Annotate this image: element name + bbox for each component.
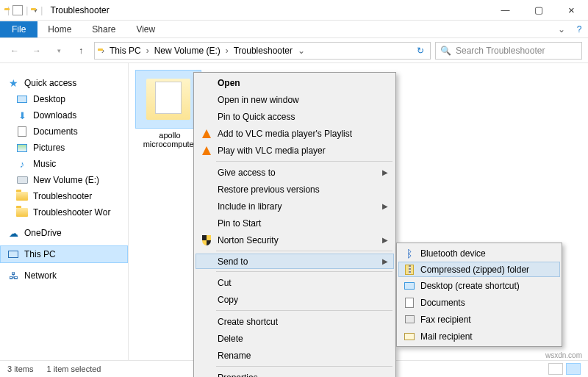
fax-icon [401, 315, 417, 323]
ribbon: File Home Share View ⌄ ? [0, 21, 588, 38]
star-icon: ★ [7, 77, 19, 89]
nav-music[interactable]: ♪Music [0, 156, 128, 172]
view-tab[interactable]: View [126, 21, 165, 37]
minimize-button[interactable]: — [489, 0, 522, 21]
chevron-right-icon: ▶ [382, 236, 388, 244]
ctx-vlc-add[interactable]: Add to VLC media player's Playlist [196, 125, 394, 142]
ctx-copy[interactable]: Copy [196, 291, 394, 308]
sendto-bluetooth[interactable]: ᛒBluetooth device [398, 245, 560, 262]
sendto-documents[interactable]: Documents [398, 294, 560, 311]
cloud-icon: ☁ [7, 227, 19, 239]
breadcrumb-this-pc[interactable]: This PC [108, 46, 143, 56]
breadcrumb-volume[interactable]: New Volume (E:) [153, 46, 222, 56]
help-button[interactable]: ? [570, 24, 588, 35]
view-icons-button[interactable] [566, 363, 581, 375]
nav-pictures[interactable]: Pictures [0, 140, 128, 156]
folder-thumbnail [136, 71, 201, 128]
window-title: Troubleshooter [43, 5, 489, 15]
maximize-button[interactable]: ▢ [522, 0, 555, 21]
chevron-right-icon[interactable]: › [99, 46, 107, 56]
mail-icon [401, 333, 417, 340]
view-details-button[interactable] [548, 363, 563, 375]
qat-divider: | [7, 5, 10, 15]
chevron-right-icon: ▶ [382, 257, 388, 265]
ctx-norton[interactable]: Norton Security▶ [196, 231, 394, 248]
ctx-shortcut[interactable]: Create shortcut [196, 313, 394, 330]
chevron-down-icon[interactable]: ⌄ [295, 46, 307, 56]
download-icon: ⬇ [16, 109, 28, 121]
recent-dropdown[interactable]: ▾ [50, 42, 68, 60]
chevron-right-icon[interactable]: › [223, 46, 231, 56]
ctx-properties[interactable]: Properties [196, 369, 394, 377]
ctx-send-to[interactable]: Send to▶ [196, 254, 394, 269]
close-button[interactable]: × [555, 0, 588, 21]
navigation-pane: ★Quick access Desktop ⬇Downloads Documen… [0, 63, 129, 360]
nav-troubleshooter-wor[interactable]: Troubleshooter Wor [0, 204, 128, 220]
refresh-button[interactable]: ↻ [414, 46, 427, 56]
document-icon [16, 126, 28, 137]
ctx-give-access[interactable]: Give access to▶ [196, 164, 394, 181]
pictures-icon [16, 142, 28, 154]
nav-new-volume[interactable]: New Volume (E:) [0, 172, 128, 188]
nav-network[interactable]: 🖧Network [0, 268, 128, 284]
ctx-rename[interactable]: Rename [196, 347, 394, 364]
desktop-icon [401, 282, 417, 290]
ctx-open[interactable]: Open [196, 74, 394, 91]
desktop-icon [16, 93, 28, 105]
chevron-right-icon: ▶ [382, 168, 388, 176]
nav-documents[interactable]: Documents [0, 123, 128, 140]
breadcrumb-folder[interactable]: Troubleshooter [232, 46, 294, 56]
nav-this-pc[interactable]: This PC [0, 245, 128, 263]
qat-checkbox-icon[interactable] [12, 5, 23, 15]
zip-icon [401, 265, 417, 275]
drive-icon [16, 174, 28, 186]
folder-icon [16, 190, 28, 202]
watermark: wsxdn.com [545, 351, 582, 359]
home-tab[interactable]: Home [37, 21, 82, 37]
ctx-cut[interactable]: Cut [196, 274, 394, 291]
chevron-right-icon: ▶ [382, 202, 388, 210]
ctx-pin-quick[interactable]: Pin to Quick access [196, 108, 394, 125]
bluetooth-icon: ᛒ [401, 248, 417, 259]
nav-downloads[interactable]: ⬇Downloads [0, 107, 128, 123]
file-tab[interactable]: File [0, 21, 37, 37]
search-placeholder: Search Troubleshooter [456, 46, 545, 56]
shield-icon [198, 235, 215, 245]
status-selected: 1 item selected [46, 365, 101, 373]
nav-troubleshooter[interactable]: Troubleshooter [0, 188, 128, 204]
forward-button[interactable]: → [28, 42, 46, 60]
up-button[interactable]: ↑ [72, 42, 90, 60]
ctx-restore[interactable]: Restore previous versions [196, 181, 394, 198]
vlc-icon [198, 129, 215, 138]
pc-icon [7, 248, 19, 260]
back-button[interactable]: ← [6, 42, 24, 60]
music-icon: ♪ [16, 158, 28, 170]
ctx-open-new-window[interactable]: Open in new window [196, 91, 394, 108]
folder-icon [16, 207, 28, 218]
title-bar: | | ▾ | Troubleshooter — ▢ × [0, 0, 588, 21]
status-item-count: 3 items [7, 365, 33, 373]
network-icon: 🖧 [7, 270, 19, 281]
ribbon-expand-button[interactable]: ⌄ [553, 24, 570, 35]
context-menu: Open Open in new window Pin to Quick acc… [193, 72, 396, 377]
sendto-desktop[interactable]: Desktop (create shortcut) [398, 277, 560, 294]
nav-desktop[interactable]: Desktop [0, 91, 128, 107]
sendto-fax[interactable]: Fax recipient [398, 311, 560, 328]
qat-divider: | [26, 5, 28, 15]
share-tab[interactable]: Share [82, 21, 126, 37]
search-icon: 🔍 [440, 46, 451, 56]
search-input[interactable]: 🔍 Search Troubleshooter [435, 42, 582, 60]
document-icon [401, 298, 417, 308]
ctx-vlc-play[interactable]: Play with VLC media player [196, 142, 394, 159]
context-submenu-sendto: ᛒBluetooth device Compressed (zipped) fo… [396, 243, 562, 347]
nav-onedrive[interactable]: ☁OneDrive [0, 225, 128, 241]
chevron-right-icon[interactable]: › [144, 46, 151, 56]
sendto-mail[interactable]: Mail recipient [398, 328, 560, 345]
sendto-compressed[interactable]: Compressed (zipped) folder [398, 262, 560, 277]
breadcrumb[interactable]: › This PC › New Volume (E:) › Troublesho… [94, 42, 431, 60]
quick-access[interactable]: ★Quick access [0, 75, 128, 91]
ctx-include-library[interactable]: Include in library▶ [196, 198, 394, 215]
ctx-pin-start[interactable]: Pin to Start [196, 215, 394, 231]
vlc-icon [198, 146, 215, 155]
ctx-delete[interactable]: Delete [196, 330, 394, 347]
